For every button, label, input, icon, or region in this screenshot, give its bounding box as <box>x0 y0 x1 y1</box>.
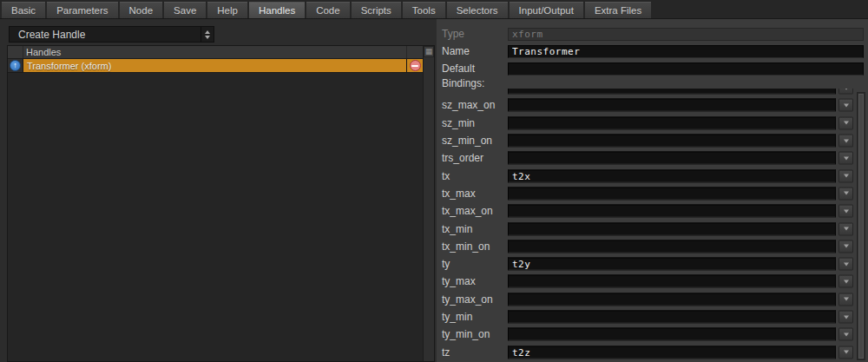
tab-node[interactable]: Node <box>120 2 163 18</box>
binding-dropdown-button-tx[interactable] <box>838 169 853 182</box>
binding-input-sz-min-on[interactable] <box>508 135 836 148</box>
binding-dropdown-button-tx-min-on[interactable] <box>838 240 853 253</box>
field-row-type: Type <box>437 28 868 41</box>
name-input[interactable] <box>508 45 864 58</box>
binding-row-tx-max-on: tx_max_on <box>437 202 868 220</box>
dropdown-arrow-icon <box>844 298 849 301</box>
binding-label-ty-min-on: ty_min_on <box>442 329 490 339</box>
row-icon-cell: ↑ <box>8 59 23 72</box>
tab-handles[interactable]: Handles <box>249 2 305 18</box>
tab-input-output[interactable]: Input/Output <box>510 2 583 18</box>
binding-dropdown-button-ty-min-on[interactable] <box>838 328 853 341</box>
bindings-scroll-area: sz_max_onsz_minsz_min_ontrs_ordertxtx_ma… <box>437 89 868 362</box>
binding-dropdown-button-sz-min-on[interactable] <box>838 135 853 148</box>
tab-extra-files[interactable]: Extra Files <box>585 2 651 18</box>
binding-label-tx-min-on: tx_min_on <box>442 241 490 252</box>
binding-dropdown-button-ty-max[interactable] <box>838 275 853 288</box>
tab-basic[interactable]: Basic <box>2 2 45 18</box>
binding-label-tz: tz <box>442 347 450 358</box>
tab-tools[interactable]: Tools <box>403 2 445 18</box>
list-scrollbar-column[interactable]: ▦ <box>423 46 434 361</box>
type-input <box>508 28 864 41</box>
binding-input-ty[interactable] <box>508 258 836 271</box>
dropdown-arrow-icon <box>844 156 849 160</box>
binding-dropdown-button-sz-min[interactable] <box>838 116 853 129</box>
tab-scripts[interactable]: Scripts <box>352 2 401 18</box>
dropdown-arrow-icon <box>844 262 849 266</box>
binding-label-ty-max-on: ty_max_on <box>442 294 493 305</box>
binding-label-trs-order: trs_order <box>442 153 483 163</box>
create-handle-dropdown[interactable]: Create Handle <box>9 26 214 43</box>
dropdown-arrow-icon <box>844 351 849 354</box>
binding-dropdown-button-ty-max-on[interactable] <box>838 293 853 306</box>
tab-help[interactable]: Help <box>207 2 247 18</box>
binding-label-ty-min: ty_min <box>442 312 472 322</box>
binding-label-tx: tx <box>442 171 450 181</box>
binding-input-tx-max-on[interactable] <box>508 205 836 218</box>
handle-row-label[interactable]: Transformer (xform) <box>23 59 406 72</box>
binding-row-ty-min-on: ty_min_on <box>437 326 868 343</box>
binding-input-tx-min[interactable] <box>508 222 836 235</box>
binding-dropdown-button-tz[interactable] <box>838 346 853 359</box>
binding-input-sz-max-on[interactable] <box>508 99 836 112</box>
tab-code[interactable]: Code <box>306 2 350 18</box>
binding-input-ty-min-on[interactable] <box>508 328 836 341</box>
up-arrow-icon[interactable]: ↑ <box>10 60 21 71</box>
binding-input-ty-min[interactable] <box>508 311 836 324</box>
binding-row-sz-min-on: sz_min_on <box>437 132 868 149</box>
handle-properties-panel: TypeNameDefault Bindings: sz_max_onsz_mi… <box>436 19 868 362</box>
tab-selectors[interactable]: Selectors <box>447 2 508 18</box>
tab-save[interactable]: Save <box>164 2 206 18</box>
remove-handle-icon[interactable] <box>410 60 421 71</box>
dropdown-arrow-icon <box>844 280 849 283</box>
dropdown-arrow-icon <box>844 227 849 231</box>
dropdown-arrow-icon <box>844 209 849 213</box>
binding-input-tx-max[interactable] <box>508 187 836 200</box>
type-label: Type <box>442 28 464 41</box>
handle-list-row[interactable]: ↑Transformer (xform) <box>8 59 423 73</box>
dropdown-arrow-icon <box>844 89 849 89</box>
binding-dropdown-button-ty-min[interactable] <box>838 311 853 324</box>
binding-row-tx-max: tx_max <box>437 185 868 202</box>
binding-row-ty-min: ty_min <box>437 308 868 326</box>
binding-input-ty-max-on[interactable] <box>508 293 836 306</box>
bindings-scrollbar[interactable] <box>857 92 865 360</box>
binding-input-tz[interactable] <box>508 346 836 359</box>
dropdown-arrows-icon[interactable] <box>201 27 214 42</box>
binding-label-tx-max-on: tx_max_on <box>442 206 493 216</box>
field-row-name: Name <box>437 45 868 58</box>
dropdown-arrow-icon <box>844 245 849 248</box>
binding-dropdown-button-partial[interactable] <box>838 89 853 95</box>
binding-input-trs-order[interactable] <box>508 152 836 165</box>
binding-dropdown-button-ty[interactable] <box>838 258 853 271</box>
handles-list: Handles ↑Transformer (xform) ▦ <box>7 45 435 362</box>
tab-parameters[interactable]: Parameters <box>47 2 117 18</box>
binding-dropdown-button-trs-order[interactable] <box>838 152 853 165</box>
binding-row-sz-max-on: sz_max_on <box>437 96 868 114</box>
binding-input-partial[interactable] <box>508 89 836 95</box>
binding-dropdown-button-tx-max-on[interactable] <box>838 205 853 218</box>
row-end-cell <box>406 59 423 72</box>
scrollbar-thumb[interactable] <box>858 94 864 359</box>
binding-row-trs-order: trs_order <box>437 149 868 167</box>
handles-left-panel: Create Handle Handles ↑Transformer (xfor… <box>0 19 436 362</box>
binding-dropdown-button-sz-max-on[interactable] <box>838 99 853 112</box>
field-row-default: Default <box>437 63 868 76</box>
handles-list-header: Handles <box>8 46 423 59</box>
dropdown-arrow-icon <box>844 139 849 142</box>
dropdown-arrow-icon <box>844 192 849 195</box>
binding-row-ty: ty <box>437 255 868 273</box>
binding-dropdown-button-tx-min[interactable] <box>838 222 853 235</box>
binding-row-tz: tz <box>437 343 868 360</box>
binding-input-ty-max[interactable] <box>508 275 836 288</box>
binding-row-ty-max-on: ty_max_on <box>437 291 868 308</box>
default-input[interactable] <box>508 63 864 76</box>
binding-row-tx-min-on: tx_min_on <box>437 238 868 255</box>
binding-input-tx-min-on[interactable] <box>508 240 836 253</box>
default-label: Default <box>442 63 475 76</box>
list-options-button[interactable]: ▦ <box>424 46 434 57</box>
binding-input-tx[interactable] <box>508 169 836 182</box>
grid-icon: ▦ <box>425 48 433 56</box>
binding-dropdown-button-tx-max[interactable] <box>838 187 853 200</box>
binding-input-sz-min[interactable] <box>508 116 836 129</box>
